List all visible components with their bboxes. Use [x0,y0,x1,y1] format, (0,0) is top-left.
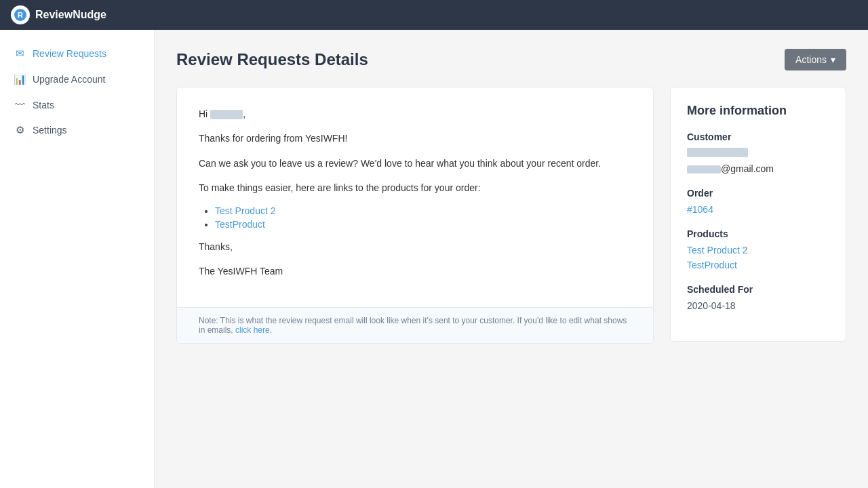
customer-section: Customer @gmail.com [687,131,829,174]
order-number-link[interactable]: #1064 [687,204,713,215]
scheduled-date: 2020-04-18 [687,300,829,311]
info-card-title: More information [687,104,829,118]
page-header: Review Requests Details Actions ▾ [176,49,846,70]
email-product-link-2[interactable]: TestProduct [215,219,265,230]
scheduled-for-label: Scheduled For [687,284,829,295]
email-product-link-1[interactable]: Test Product 2 [215,205,276,216]
order-section: Order #1064 [687,188,829,215]
email-suffix: @gmail.com [721,163,774,174]
svg-text:R: R [18,11,23,19]
sidebar-item-review-requests[interactable]: ✉ Review Requests [0,41,154,66]
bar-chart-icon: 📊 [14,73,26,85]
sidebar: ✉ Review Requests 📊 Upgrade Account 〰 St… [0,30,155,488]
customer-name-block [687,148,829,163]
info-product-link-2[interactable]: TestProduct [687,260,829,270]
customer-name-redacted [210,110,243,119]
send-icon: ✉ [14,47,26,60]
sidebar-item-label: Stats [33,100,54,110]
chevron-down-icon: ▾ [831,54,835,65]
customer-label: Customer [687,131,829,142]
email-signature: The YesIWFH Team [199,264,631,279]
list-item: Test Product 2 [215,205,631,216]
customer-name-redacted [687,148,748,157]
list-item: TestProduct [215,219,631,230]
products-label: Products [687,228,829,239]
email-paragraph2: Can we ask you to leave us a review? We'… [199,156,631,171]
email-paragraph3: To make things easier, here are links to… [199,180,631,195]
email-body: Hi , Thanks for ordering from YesIWFH! C… [177,87,653,307]
sidebar-item-settings[interactable]: ⚙ Settings [0,117,154,143]
info-card: More information Customer @gmail.com Ord… [670,87,846,342]
stats-icon: 〰 [14,99,26,110]
email-paragraph1: Thanks for ordering from YesIWFH! [199,131,631,146]
actions-label: Actions [795,54,827,65]
scheduled-for-section: Scheduled For 2020-04-18 [687,284,829,311]
customer-email: @gmail.com [687,163,829,174]
email-preview-card: Hi , Thanks for ordering from YesIWFH! C… [176,87,654,344]
sidebar-item-upgrade-account[interactable]: 📊 Upgrade Account [0,66,154,92]
brand-logo: R [11,5,30,24]
actions-button[interactable]: Actions ▾ [785,49,846,70]
brand: R ReviewNudge [11,5,106,24]
email-greeting: Hi , [199,106,631,121]
sidebar-item-label: Upgrade Account [33,74,105,85]
products-section: Products Test Product 2 TestProduct [687,228,829,270]
info-product-link-1[interactable]: Test Product 2 [687,245,829,256]
gear-icon: ⚙ [14,124,26,136]
email-note: Note: This is what the review request em… [177,307,653,343]
navbar: R ReviewNudge [0,0,868,30]
click-here-link[interactable]: click here [235,325,270,335]
email-signoff: Thanks, [199,239,631,254]
customer-email-prefix-redacted [687,165,721,174]
logo-icon: R [14,8,27,22]
email-product-list: Test Product 2 TestProduct [215,205,631,230]
page-title: Review Requests Details [176,50,368,69]
sidebar-item-label: Review Requests [33,48,106,59]
main-content: Review Requests Details Actions ▾ Hi , T… [155,30,868,488]
sidebar-item-stats[interactable]: 〰 Stats [0,92,154,117]
content-grid: Hi , Thanks for ordering from YesIWFH! C… [176,87,846,344]
sidebar-item-label: Settings [33,125,67,136]
brand-name: ReviewNudge [35,9,106,21]
order-label: Order [687,188,829,199]
